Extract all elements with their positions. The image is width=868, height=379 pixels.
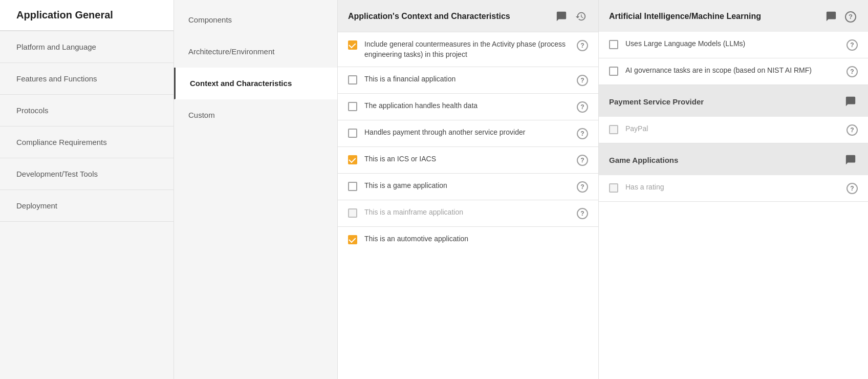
help-countermeasures[interactable]: ? — [577, 40, 588, 51]
label-rating: Has a rating — [625, 182, 839, 193]
payment-header-icons — [843, 94, 858, 109]
check-row-health: The application handles health data ? — [338, 94, 598, 120]
help-game[interactable]: ? — [577, 181, 588, 193]
ai-section-content: Uses Large Language Models (LLMs) ? AI g… — [599, 32, 868, 85]
check-row-mainframe: This is a mainframe application ? — [338, 200, 598, 227]
left-nav: Application General Platform and Languag… — [0, 0, 174, 379]
help-ics[interactable]: ? — [577, 155, 588, 166]
subnav-item-context[interactable]: Context and Characteristics — [174, 68, 337, 99]
context-characteristics-panel: Application's Context and Characteristic… — [338, 0, 599, 379]
payment-section-header: Payment Service Provider — [599, 85, 868, 117]
checkbox-automotive[interactable] — [348, 235, 357, 244]
subnav-item-arch[interactable]: Architecture/Environment — [174, 36, 337, 68]
game-section-title: Game Applications — [609, 156, 843, 164]
game-section-content: Has a rating ? — [599, 175, 868, 201]
help-health[interactable]: ? — [577, 101, 588, 113]
label-governance: AI governance tasks are in scope (based … — [625, 66, 839, 76]
check-row-llm: Uses Large Language Models (LLMs) ? — [599, 32, 868, 58]
nav-item-protocols[interactable]: Protocols — [0, 95, 173, 127]
help-mainframe[interactable]: ? — [577, 208, 588, 219]
check-row-automotive: This is an automotive application ? — [338, 227, 598, 253]
label-llm: Uses Large Language Models (LLMs) — [625, 39, 839, 49]
context-section-title: Application's Context and Characteristic… — [348, 12, 554, 21]
check-row-paypal: PayPal ? — [599, 117, 868, 143]
checkbox-ics[interactable] — [348, 155, 357, 164]
right-panel: Artificial Intelligence/Machine Learning… — [599, 0, 868, 379]
label-health: The application handles health data — [364, 101, 570, 111]
checkbox-health[interactable] — [348, 102, 357, 111]
checkbox-rating — [609, 183, 618, 193]
sub-nav: Components Architecture/Environment Cont… — [174, 0, 338, 379]
check-row-payment-provider: Handles payment through another service … — [338, 120, 598, 147]
checkbox-llm[interactable] — [609, 40, 618, 49]
ai-section-title: Artificial Intelligence/Machine Learning — [609, 12, 824, 21]
ai-help-icon[interactable]: ? — [843, 9, 858, 24]
help-paypal[interactable]: ? — [847, 124, 858, 136]
game-chat-icon[interactable] — [843, 153, 858, 167]
nav-item-devtools[interactable]: Development/Test Tools — [0, 158, 173, 190]
ai-header-icons: ? — [824, 9, 858, 24]
help-governance[interactable]: ? — [847, 66, 858, 77]
check-row-ics: This is an ICS or IACS ? — [338, 147, 598, 174]
checkbox-financial[interactable] — [348, 75, 357, 85]
checkbox-mainframe — [348, 208, 357, 218]
payment-section-title: Payment Service Provider — [609, 97, 843, 106]
context-section-header: Application's Context and Characteristic… — [338, 0, 598, 32]
nav-item-platform[interactable]: Platform and Language — [0, 31, 173, 63]
nav-header: Application General — [0, 0, 173, 31]
nav-item-features[interactable]: Features and Functions — [0, 63, 173, 95]
label-automotive: This is an automotive application — [364, 234, 570, 244]
context-chat-icon[interactable] — [554, 9, 569, 24]
ai-section-header: Artificial Intelligence/Machine Learning… — [599, 0, 868, 32]
label-mainframe: This is a mainframe application — [364, 207, 570, 218]
label-countermeasures: Include general countermeasures in the A… — [364, 39, 570, 59]
label-ics: This is an ICS or IACS — [364, 154, 570, 164]
label-payment-provider: Handles payment through another service … — [364, 128, 570, 138]
payment-chat-icon[interactable] — [843, 94, 858, 109]
check-row-rating: Has a rating ? — [599, 175, 868, 201]
payment-provider-section: Payment Service Provider PayPal ? — [599, 85, 868, 143]
check-row-governance: AI governance tasks are in scope (based … — [599, 58, 868, 85]
help-rating[interactable]: ? — [847, 183, 858, 194]
check-row-financial: This is a financial application ? — [338, 67, 598, 94]
help-financial[interactable]: ? — [577, 75, 588, 86]
check-row-game: This is a game application ? — [338, 174, 598, 200]
subnav-item-custom[interactable]: Custom — [174, 99, 337, 131]
label-financial: This is a financial application — [364, 74, 570, 85]
nav-item-deployment[interactable]: Deployment — [0, 190, 173, 222]
help-llm[interactable]: ? — [847, 39, 858, 51]
checkbox-paypal — [609, 125, 618, 134]
subnav-item-components[interactable]: Components — [174, 4, 337, 36]
checkbox-payment-provider[interactable] — [348, 129, 357, 138]
checkbox-countermeasures[interactable] — [348, 40, 357, 50]
ai-chat-icon[interactable] — [824, 9, 838, 24]
checkbox-game[interactable] — [348, 182, 357, 191]
ai-section: Artificial Intelligence/Machine Learning… — [599, 0, 868, 85]
label-game: This is a game application — [364, 181, 570, 191]
checkbox-governance[interactable] — [609, 67, 618, 76]
game-applications-section: Game Applications Has a rating ? — [599, 143, 868, 202]
context-header-icons — [554, 9, 588, 24]
payment-section-content: PayPal ? — [599, 117, 868, 143]
game-section-header: Game Applications — [599, 143, 868, 175]
context-history-icon[interactable] — [574, 9, 588, 24]
label-paypal: PayPal — [625, 124, 839, 134]
nav-item-compliance[interactable]: Compliance Requirements — [0, 127, 173, 158]
help-payment-provider[interactable]: ? — [577, 128, 588, 139]
check-row-countermeasures: Include general countermeasures in the A… — [338, 32, 598, 67]
game-header-icons — [843, 153, 858, 167]
